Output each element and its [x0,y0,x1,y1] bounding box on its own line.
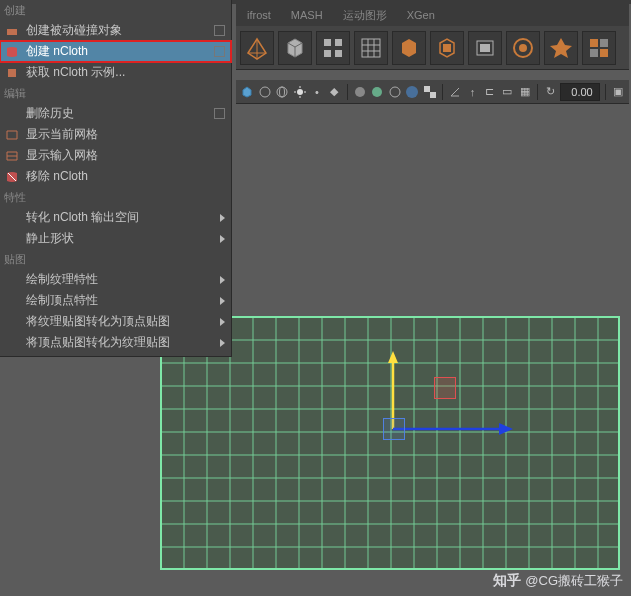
menu-vertex-to-texture-map[interactable]: 将顶点贴图转化为纹理贴图 [0,332,231,353]
menu-convert-output-space[interactable]: 转化 nCloth 输出空间 [0,207,231,228]
rect-icon[interactable]: ▭ [500,84,514,100]
shelf-btn-10[interactable] [582,31,616,65]
svg-point-18 [260,87,270,97]
svg-point-28 [390,87,400,97]
tab-mash[interactable]: MASH [282,6,332,24]
menu-item-label: 绘制顶点特性 [26,292,216,309]
menu-item-label: 转化 nCloth 输出空间 [26,209,216,226]
menu-item-label: 将顶点贴图转化为纹理贴图 [26,334,216,351]
menu-section-properties: 特性 [0,187,231,207]
gizmo-red-handle[interactable] [434,377,456,399]
watermark-text: @CG搬砖工猴子 [525,572,623,590]
globe-icon[interactable] [275,84,289,100]
menu-paint-vertex-property[interactable]: 绘制顶点特性 [0,290,231,311]
diamond-icon[interactable]: ◆ [327,84,341,100]
shelf-btn-2[interactable] [278,31,312,65]
reload-icon[interactable]: ↻ [543,84,557,100]
bracket-icon[interactable]: ⊏ [483,84,497,100]
shelf-btn-4[interactable] [354,31,388,65]
option-box[interactable] [214,108,225,119]
svg-point-13 [519,44,527,52]
shelf-btn-1[interactable] [240,31,274,65]
blank-icon [4,293,20,309]
shelf-toolbar [236,26,629,70]
create-ncloth-icon [4,44,20,60]
menu-delete-history[interactable]: 删除历史 [0,103,231,124]
menu-section-create: 创建 [0,0,231,20]
option-box[interactable] [214,46,225,57]
menu-item-label: 移除 nCloth [26,168,225,185]
watermark: 知乎 @CG搬砖工猴子 [493,572,623,590]
submenu-arrow-icon [220,339,225,347]
svg-point-27 [372,87,382,97]
svg-rect-17 [600,49,608,57]
menu-show-input-mesh[interactable]: 显示输入网格 [0,145,231,166]
shelf-btn-7[interactable] [468,31,502,65]
tab-xgen[interactable]: XGen [398,6,444,24]
grid-icon[interactable]: ▦ [518,84,532,100]
blank-icon [4,106,20,122]
sun-icon[interactable] [292,84,306,100]
show-current-icon [4,127,20,143]
svg-rect-68 [7,29,17,35]
blank-icon [4,210,20,226]
shelf-btn-6[interactable] [430,31,464,65]
tab-motion-graphics[interactable]: 运动图形 [334,5,396,26]
zhihu-logo-icon: 知乎 [493,572,521,590]
tab-ifrost[interactable]: ifrost [238,6,280,24]
shelf-btn-9[interactable] [544,31,578,65]
shelf-btn-8[interactable] [506,31,540,65]
ncloth-menu: 创建 创建被动碰撞对象 创建 nCloth 获取 nCloth 示例... 编辑… [0,0,232,357]
shelf-btn-5[interactable] [392,31,426,65]
svg-rect-4 [362,39,380,57]
menu-item-label: 获取 nCloth 示例... [26,64,225,81]
menu-rest-shape[interactable]: 静止形状 [0,228,231,249]
blank-icon [4,231,20,247]
blank-icon [4,314,20,330]
menu-get-ncloth-example[interactable]: 获取 nCloth 示例... [0,62,231,83]
gizmo-blue-handle[interactable] [383,418,405,440]
svg-rect-14 [590,39,598,47]
cube-icon[interactable] [240,84,254,100]
menu-show-current-mesh[interactable]: 显示当前网格 [0,124,231,145]
option-box[interactable] [214,25,225,36]
submenu-arrow-icon [220,276,225,284]
svg-point-20 [280,87,285,97]
svg-rect-15 [600,39,608,47]
arrow-up-icon[interactable]: ↑ [465,84,479,100]
svg-point-21 [297,89,303,95]
dot-icon[interactable]: • [310,84,324,100]
menu-texture-to-vertex-map[interactable]: 将纹理贴图转化为顶点贴图 [0,311,231,332]
menu-remove-ncloth[interactable]: 移除 nCloth [0,166,231,187]
camera-icon[interactable]: ▣ [611,84,625,100]
submenu-arrow-icon [220,297,225,305]
svg-rect-69 [8,69,16,77]
value-field[interactable]: 0.00 [560,83,599,101]
viewport-toolbar: • ◆ ↑ ⊏ ▭ ▦ ↻ 0.00 ▣ [236,80,629,104]
checker-icon[interactable] [422,84,436,100]
svg-point-19 [277,87,287,97]
svg-rect-9 [443,44,451,52]
menu-item-label: 创建 nCloth [26,43,210,60]
show-input-icon [4,148,20,164]
menu-item-label: 删除历史 [26,105,210,122]
menu-create-ncloth[interactable]: 创建 nCloth [0,41,231,62]
menu-paint-texture-property[interactable]: 绘制纹理特性 [0,269,231,290]
sphere-icon[interactable] [353,84,367,100]
menu-section-maps: 贴图 [0,249,231,269]
svg-rect-0 [324,39,331,46]
svg-point-29 [406,86,418,98]
glow-icon[interactable] [405,84,419,100]
submenu-arrow-icon [220,214,225,222]
circle-icon[interactable] [257,84,271,100]
svg-rect-16 [590,49,598,57]
menu-item-label: 显示输入网格 [26,147,225,164]
svg-rect-31 [430,92,436,98]
menu-item-label: 绘制纹理特性 [26,271,216,288]
menu-create-passive-collider[interactable]: 创建被动碰撞对象 [0,20,231,41]
axis-icon[interactable] [448,84,462,100]
shelf-btn-3[interactable] [316,31,350,65]
svg-rect-2 [324,50,331,57]
shaded-icon[interactable] [370,84,384,100]
wireframe-icon[interactable] [388,84,402,100]
